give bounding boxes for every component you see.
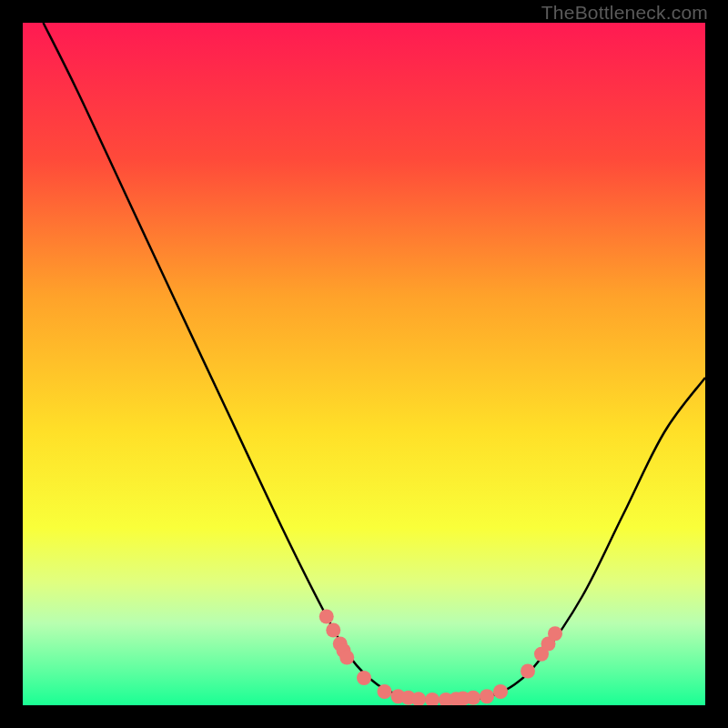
plot-area <box>23 23 705 705</box>
data-marker <box>319 610 334 624</box>
attribution-text: TheBottleneck.com <box>541 2 708 24</box>
data-marker <box>548 626 562 641</box>
data-marker <box>357 671 371 685</box>
data-marker <box>466 691 480 705</box>
data-marker <box>378 684 392 699</box>
chart-container: TheBottleneck.com <box>0 0 728 728</box>
data-marker <box>521 664 535 679</box>
data-marker <box>480 689 494 703</box>
bottleneck-chart <box>23 23 705 705</box>
data-marker <box>339 651 354 665</box>
gradient-background <box>23 23 705 705</box>
data-marker <box>493 684 508 699</box>
data-marker <box>326 623 340 638</box>
